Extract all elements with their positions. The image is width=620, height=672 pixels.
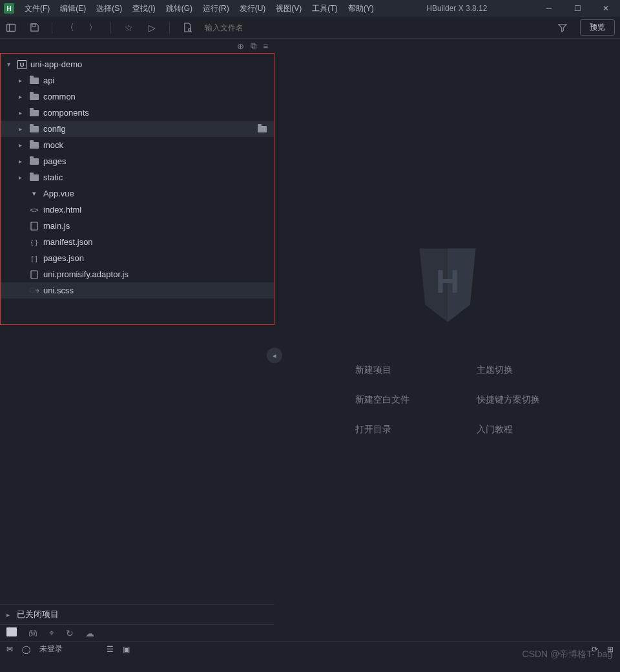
tree-file[interactable]: uni.promisify.adaptor.js bbox=[1, 266, 274, 282]
svg-text:H: H bbox=[435, 263, 459, 299]
link-new-file[interactable]: 新建空白文件 bbox=[355, 394, 418, 406]
collapse-all-icon[interactable]: ⧉ bbox=[251, 41, 256, 51]
tree-file[interactable]: { }manifest.json bbox=[1, 234, 274, 250]
close-button[interactable]: ✕ bbox=[592, 0, 620, 17]
svg-rect-6 bbox=[31, 271, 37, 278]
tree-folder[interactable]: config bbox=[1, 121, 274, 137]
refresh-icon[interactable]: ↻ bbox=[66, 628, 74, 638]
chevron-down-icon[interactable] bbox=[7, 61, 14, 68]
folder-icon bbox=[257, 124, 267, 134]
menu-goto[interactable]: 跳转(G) bbox=[161, 3, 198, 14]
folder-icon bbox=[29, 140, 39, 151]
scss-file-icon: ෟ bbox=[29, 286, 39, 296]
link-open-dir[interactable]: 打开目录 bbox=[355, 424, 418, 436]
cloud-icon[interactable]: ☁︎ bbox=[85, 628, 94, 638]
save-icon[interactable] bbox=[28, 22, 40, 34]
explorer-toolbar: ⊕ ⧉ ≡ bbox=[0, 39, 274, 53]
tree-item-label: manifest.json bbox=[43, 237, 93, 247]
search-input[interactable] bbox=[205, 23, 545, 32]
file-search-icon[interactable] bbox=[181, 22, 193, 34]
tree-file[interactable]: ▾App.vue bbox=[1, 185, 274, 202]
html-file-icon: <> bbox=[29, 205, 39, 215]
menu-help[interactable]: 帮助(Y) bbox=[343, 3, 379, 14]
tree-file[interactable]: main.js bbox=[1, 218, 274, 234]
new-file-icon[interactable]: ⊕ bbox=[237, 41, 244, 51]
run-icon[interactable]: ▷ bbox=[146, 22, 158, 34]
tree-item-label: uni.promisify.adaptor.js bbox=[43, 269, 129, 279]
menu-edit[interactable]: 编辑(E) bbox=[55, 3, 91, 14]
vue-file-icon: ▾ bbox=[29, 189, 39, 199]
menu-publish[interactable]: 发行(U) bbox=[234, 3, 271, 14]
login-status[interactable]: 未登录 bbox=[39, 644, 63, 655]
svg-rect-7 bbox=[6, 627, 17, 636]
menu-file[interactable]: 文件(F) bbox=[19, 3, 55, 14]
link-tutorial[interactable]: 入门教程 bbox=[477, 424, 540, 436]
annotation-box: U uni-app-demo apicommoncomponentsconfig… bbox=[0, 53, 274, 325]
tree-item-label: static bbox=[43, 173, 63, 182]
tree-item-label: config bbox=[43, 124, 66, 134]
tree-item-label: App.vue bbox=[43, 189, 74, 198]
menu-run[interactable]: 运行(R) bbox=[198, 3, 234, 14]
tree-item-label: components bbox=[43, 108, 89, 118]
project-name: uni-app-demo bbox=[30, 59, 82, 69]
chevron-right-icon[interactable] bbox=[19, 77, 25, 84]
debug-icon[interactable]: ⌖ bbox=[49, 627, 54, 638]
window-title: HBuilder X 3.8.12 bbox=[379, 4, 535, 13]
sidebar: ⊕ ⧉ ≡ U uni-app-demo apicommoncomponents… bbox=[0, 39, 274, 641]
menu-tools[interactable]: 工具(T) bbox=[307, 3, 342, 14]
message-icon[interactable]: ✉ bbox=[6, 645, 13, 654]
chevron-right-icon[interactable] bbox=[19, 125, 25, 132]
collapse-handle[interactable]: ◂ bbox=[267, 348, 282, 363]
tree-folder[interactable]: static bbox=[1, 169, 274, 185]
link-theme-switch[interactable]: 主题切换 bbox=[477, 364, 540, 376]
js-file-icon bbox=[29, 221, 39, 231]
app-icon: H bbox=[4, 3, 14, 14]
tree-file[interactable]: ෟuni.scss bbox=[1, 282, 274, 299]
menu-select[interactable]: 选择(S) bbox=[91, 3, 127, 14]
svg-rect-0 bbox=[7, 24, 16, 31]
tree-folder[interactable]: api bbox=[1, 72, 274, 89]
folder-icon bbox=[29, 124, 39, 134]
account-icon[interactable]: ◯ bbox=[22, 645, 30, 654]
tree-project-root[interactable]: U uni-app-demo bbox=[1, 56, 274, 72]
tree-item-label: pages bbox=[43, 156, 66, 166]
link-shortcut-switch[interactable]: 快捷键方案切换 bbox=[477, 394, 540, 406]
minimize-button[interactable]: ─ bbox=[535, 0, 563, 17]
link-new-project[interactable]: 新建项目 bbox=[355, 364, 418, 376]
chevron-right-icon[interactable] bbox=[19, 174, 25, 181]
star-icon[interactable]: ☆ bbox=[123, 22, 134, 34]
menu-find[interactable]: 查找(I) bbox=[127, 3, 160, 14]
editor-area: ◂ H 新建项目 主题切换 新建空白文件 快捷键方案切换 打开目录 入门教程 bbox=[274, 39, 620, 641]
chevron-right-icon[interactable] bbox=[19, 93, 25, 100]
separator bbox=[169, 22, 170, 34]
terminal-icon[interactable]: ▣ bbox=[123, 645, 130, 654]
list-icon[interactable]: ☰ bbox=[107, 645, 114, 654]
tree-file[interactable]: [ ]pages.json bbox=[1, 250, 274, 266]
uniapp-project-icon: U bbox=[17, 60, 26, 69]
activity-bar: 🎮︎ ⌖ ↻ ☁︎ bbox=[0, 624, 274, 641]
closed-projects-label: 已关闭项目 bbox=[17, 609, 59, 620]
tree-folder[interactable]: pages bbox=[1, 153, 274, 169]
menu-bar: 文件(F) 编辑(E) 选择(S) 查找(I) 跳转(G) 运行(R) 发行(U… bbox=[19, 3, 379, 14]
forward-icon[interactable]: 〉 bbox=[87, 22, 99, 34]
explorer-view-icon[interactable] bbox=[6, 627, 17, 638]
explorer-menu-icon[interactable]: ≡ bbox=[263, 41, 268, 51]
menu-view[interactable]: 视图(V) bbox=[271, 3, 307, 14]
tree-folder[interactable]: mock bbox=[1, 137, 274, 153]
tree-file[interactable]: <>index.html bbox=[1, 202, 274, 218]
chevron-right-icon[interactable] bbox=[19, 109, 25, 116]
preview-button[interactable]: 预览 bbox=[580, 19, 615, 36]
closed-projects-section[interactable]: 已关闭项目 bbox=[0, 604, 274, 624]
maximize-button[interactable]: ☐ bbox=[563, 0, 592, 17]
tree-folder[interactable]: components bbox=[1, 105, 274, 121]
tree-folder[interactable]: common bbox=[1, 89, 274, 105]
tree-item-label: main.js bbox=[43, 221, 70, 231]
filter-icon[interactable] bbox=[557, 22, 568, 34]
json-file-icon: { } bbox=[29, 237, 39, 247]
file-tree: U uni-app-demo apicommoncomponentsconfig… bbox=[1, 54, 274, 299]
controller-icon[interactable]: 🎮︎ bbox=[28, 628, 37, 638]
back-icon[interactable]: 〈 bbox=[64, 22, 76, 34]
chevron-right-icon[interactable] bbox=[19, 158, 25, 165]
panel-toggle-icon[interactable] bbox=[5, 22, 17, 34]
chevron-right-icon[interactable] bbox=[19, 142, 25, 149]
